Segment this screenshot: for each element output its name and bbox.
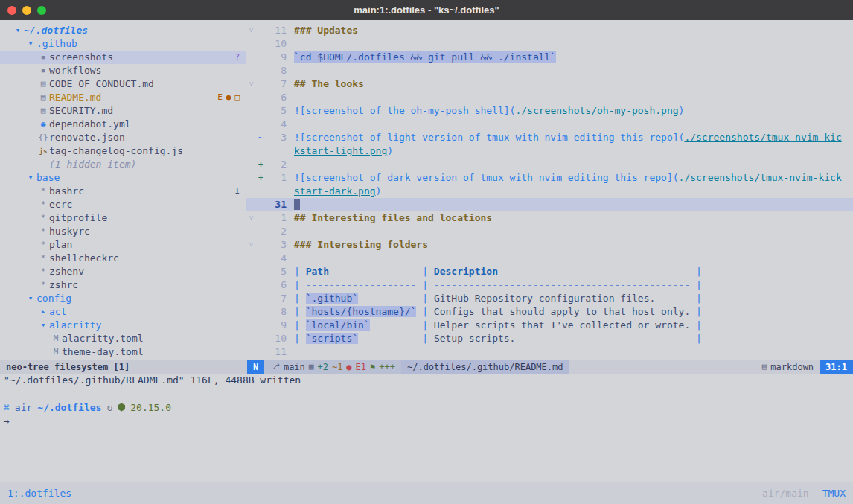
tree-item[interactable]: *shellcheckrc: [0, 252, 246, 265]
chevron-down-icon[interactable]: ▾: [25, 292, 36, 305]
titlebar[interactable]: main:1:.dotfiles - "ks~/.dotfiles": [0, 0, 853, 20]
tree-item[interactable]: ▾alacritty: [0, 319, 246, 332]
editor-line[interactable]: 5![screenshot of the oh-my-posh shell](.…: [246, 104, 853, 118]
tree-item[interactable]: Mtheme-day.toml: [0, 345, 246, 359]
editor-line[interactable]: 2: [246, 225, 853, 238]
editor-line[interactable]: 7| `.github` | GitHub Repository configu…: [246, 292, 853, 305]
sign-column: [256, 77, 266, 91]
fold-column: [246, 345, 256, 359]
editor-line[interactable]: +2: [246, 158, 853, 171]
tree-item[interactable]: ▸act: [0, 305, 246, 319]
tree-item-label: alacritty.toml: [62, 332, 144, 345]
tmux-window-tab[interactable]: 1:.dotfiles: [7, 488, 71, 499]
editor-line[interactable]: 10| `scripts` | Setup scripts. |: [246, 332, 853, 345]
editor-pane[interactable]: ˅ 11### Updates 10 9`cd $HOME/.dotfiles …: [246, 20, 853, 360]
text-segment-th: Description: [434, 266, 498, 277]
git-sign: +: [256, 171, 266, 185]
fold-marker-icon[interactable]: ˅: [246, 77, 256, 91]
text-segment-pipe: |: [294, 279, 306, 290]
tree-item[interactable]: (1 hidden item): [0, 158, 246, 171]
editor-line[interactable]: ~3![screenshot of light version of tmux …: [246, 131, 853, 144]
tree-item-label: dependabot.yml: [49, 118, 131, 131]
editor-line[interactable]: ˅ 7## The looks: [246, 77, 853, 91]
shell-input-line[interactable]: →: [4, 414, 853, 427]
fold-column: [246, 118, 256, 131]
tree-item[interactable]: *huskyrc: [0, 225, 246, 238]
chevron-down-icon[interactable]: ▾: [25, 37, 36, 51]
neo-tree-panel[interactable]: ▾~/.dotfiles▾.github▪screenshots?▪workfl…: [0, 20, 246, 360]
editor-line[interactable]: +1![screenshot of dark version of tmux w…: [246, 171, 853, 185]
line-number: 1: [266, 171, 287, 185]
editor-line[interactable]: 10: [246, 37, 853, 51]
tree-item[interactable]: *ecrc: [0, 198, 246, 211]
tree-item[interactable]: *zshenv: [0, 265, 246, 278]
line-number: 2: [266, 225, 287, 238]
tree-item[interactable]: ▾base: [0, 171, 246, 185]
sign-column: [256, 211, 266, 225]
line-text: | Path | Description |: [294, 265, 853, 278]
close-icon[interactable]: [7, 6, 16, 15]
editor-line[interactable]: 9| `local/bin` | Helper scripts that I'v…: [246, 319, 853, 332]
chevron-right-icon[interactable]: ▸: [37, 305, 49, 319]
editor-line[interactable]: ˅ 1## Interesting files and locations: [246, 211, 853, 225]
minimize-icon[interactable]: [22, 6, 31, 15]
editor-line[interactable]: kstart-light.png): [246, 144, 853, 158]
sign-column: [256, 104, 266, 118]
fold-marker-icon[interactable]: ˅: [246, 24, 256, 37]
fold-marker-icon[interactable]: ˅: [246, 211, 256, 225]
line-number: 31: [266, 198, 287, 211]
editor-line[interactable]: 8| `hosts/{hostname}/` | Configs that sh…: [246, 305, 853, 319]
line-number: 8: [266, 305, 287, 319]
line-number: 6: [266, 91, 287, 104]
editor-line[interactable]: 5| Path | Description |: [246, 265, 853, 278]
editor-line[interactable]: 4: [246, 252, 853, 265]
terminal-content: ▾~/.dotfiles▾.github▪screenshots?▪workfl…: [0, 20, 853, 504]
zoom-icon[interactable]: [37, 6, 46, 15]
fold-column: [246, 225, 256, 238]
tree-item[interactable]: ◉dependabot.yml: [0, 118, 246, 131]
tree-item-label: README.md: [49, 91, 101, 104]
tree-item[interactable]: ▤CODE_OF_CONDUCT.md: [0, 77, 246, 91]
tree-item[interactable]: ▤README.mdE●□: [0, 91, 246, 104]
editor-line[interactable]: 4: [246, 118, 853, 131]
shell-area[interactable]: ⌘ air ~/.dotfiles ↻ 20.15.0 →: [0, 401, 853, 427]
text-segment-code: `hosts/{hostname}/`: [306, 306, 417, 317]
tree-item[interactable]: ▾~/.dotfiles: [0, 24, 246, 37]
editor-line[interactable]: 6| ------------------- | ---------------…: [246, 278, 853, 292]
editor-line[interactable]: 31: [246, 198, 853, 211]
tree-item[interactable]: jstag-changelog-config.js: [0, 144, 246, 158]
diagnostics-icon: ●: [346, 362, 351, 372]
prompt-path: ~/.dotfiles: [37, 402, 101, 413]
editor-line[interactable]: 8: [246, 64, 853, 77]
text-segment-url: kstart-light.png: [294, 145, 387, 156]
text-segment-url: ./screenshots/tmux-nvim-kick: [679, 172, 842, 183]
tree-item[interactable]: *plan: [0, 238, 246, 252]
sign-column: [256, 225, 266, 238]
tree-item[interactable]: *gitprofile: [0, 211, 246, 225]
tree-item[interactable]: ▪workflows: [0, 64, 246, 77]
tree-item[interactable]: {}renovate.json: [0, 131, 246, 144]
tree-item[interactable]: ▾.github: [0, 37, 246, 51]
tree-item[interactable]: *zshrc: [0, 278, 246, 292]
tmux-host-session: air/main: [762, 488, 809, 499]
tree-item[interactable]: Malacritty.toml: [0, 332, 246, 345]
line-number: 3: [266, 238, 287, 252]
tree-item[interactable]: ▾config: [0, 292, 246, 305]
chevron-down-icon[interactable]: ▾: [25, 171, 36, 185]
chevron-down-icon[interactable]: ▾: [37, 319, 49, 332]
tree-item[interactable]: ▤SECURITY.md: [0, 104, 246, 118]
editor-line[interactable]: ˅ 11### Updates: [246, 24, 853, 37]
editor-line[interactable]: start-dark.png): [246, 185, 853, 198]
fold-marker-icon[interactable]: ˅: [246, 238, 256, 252]
diagnostic-error-badge: E: [217, 91, 223, 104]
line-text: ### Updates: [294, 24, 853, 37]
chevron-down-icon[interactable]: ▾: [12, 24, 24, 37]
nvim-panes: ▾~/.dotfiles▾.github▪screenshots?▪workfl…: [0, 20, 853, 360]
editor-line[interactable]: 6: [246, 91, 853, 104]
tree-item[interactable]: *bashrcI: [0, 185, 246, 198]
editor-line[interactable]: ˅ 3### Interesting folders: [246, 238, 853, 252]
editor-line[interactable]: 9`cd $HOME/.dotfiles && git pull && ./in…: [246, 51, 853, 64]
editor-line[interactable]: 11: [246, 345, 853, 359]
tree-item[interactable]: ▪screenshots?: [0, 51, 246, 64]
text-segment-pipe: |: [294, 333, 306, 344]
